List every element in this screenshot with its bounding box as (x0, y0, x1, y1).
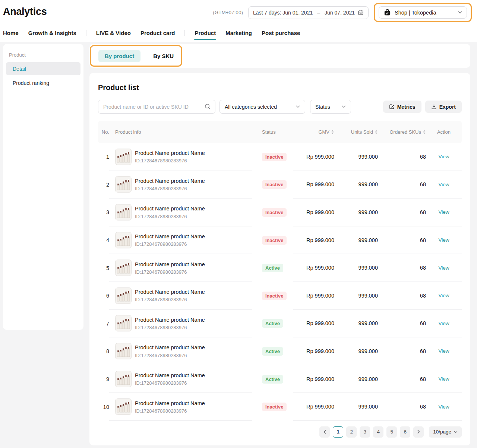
ordered-skus-value: 68 (378, 393, 426, 421)
product-info-cell: Product Name product Name ID:17284678980… (109, 198, 252, 226)
product-image (115, 204, 132, 220)
page-size-select[interactable]: 10/page (429, 426, 462, 438)
units-sold-value: 999.000 (334, 226, 378, 254)
pagination-page-3[interactable]: 3 (360, 426, 370, 438)
status-cell: Inactive (252, 171, 293, 199)
nav-item-marketing[interactable]: Marketing (225, 30, 252, 40)
page-title: Analytics (3, 6, 47, 18)
table-header: No. Product info Status GMV Units Sold O… (98, 121, 462, 143)
col-gmv[interactable]: GMV (293, 129, 334, 135)
product-info-cell: Product Name product Name ID:17284678980… (109, 171, 252, 199)
nav-item-live-video[interactable]: LIVE & Video (96, 30, 131, 40)
search-input[interactable] (98, 100, 215, 114)
action-cell: View (426, 171, 462, 199)
nav-item-post-purchase[interactable]: Post purchase (262, 30, 300, 40)
date-range-picker[interactable]: Last 7 days: Jun 01, 2021 – Jun 07, 2021 (248, 6, 369, 19)
nav-item-product-card[interactable]: Product card (140, 30, 175, 40)
date-range-separator: – (317, 10, 320, 16)
view-link[interactable]: View (438, 376, 449, 382)
status-cell: Active (252, 365, 293, 393)
col-status: Status (252, 129, 293, 135)
table-row: 2 Product N (98, 171, 462, 199)
sidebar-item-product-ranking[interactable]: Product ranking (6, 76, 80, 89)
tiktok-shop-bag-icon (383, 9, 391, 16)
action-cell: View (426, 310, 462, 338)
shop-selector[interactable]: Shop | Tokopedia (379, 6, 467, 19)
pagination-page-6[interactable]: 6 (400, 426, 410, 438)
sidebar-item-detail[interactable]: Detail (6, 62, 80, 75)
units-sold-value: 999.000 (334, 198, 378, 226)
product-name: Product Name product Name (135, 205, 205, 212)
units-sold-value: 999.000 (334, 365, 378, 393)
categories-select[interactable]: All categories selected (219, 100, 305, 114)
product-name: Product Name product Name (135, 178, 205, 184)
pagination-prev-button[interactable] (319, 426, 330, 438)
status-select-value: Status (315, 104, 330, 110)
tab-by-sku[interactable]: By SKU (153, 53, 174, 59)
timezone-label: (GTM+07:00) (213, 10, 243, 15)
nav-divider (86, 30, 86, 36)
view-link[interactable]: View (438, 265, 449, 271)
product-info-cell: Product Name product Name ID:17284678980… (109, 143, 252, 171)
units-sold-value: 999.000 (334, 254, 378, 282)
pagination-page-1[interactable]: 1 (333, 426, 343, 438)
product-id: ID:17284678980283976 (135, 325, 205, 330)
export-button[interactable]: Export (425, 101, 462, 113)
sort-icon (375, 130, 378, 134)
col-ordered-skus[interactable]: Ordered SKUs (378, 129, 426, 135)
view-link[interactable]: View (438, 404, 449, 410)
status-cell: Active (252, 310, 293, 338)
status-select[interactable]: Status (310, 100, 351, 114)
action-cell: View (426, 393, 462, 421)
pagination-page-2[interactable]: 2 (346, 426, 357, 438)
row-number: 5 (98, 254, 109, 282)
status-cell: Inactive (252, 143, 293, 171)
nav-divider (184, 30, 185, 36)
metrics-button[interactable]: Metrics (383, 101, 421, 113)
annotation-shop-selector: Shop | Tokopedia (374, 3, 472, 22)
view-link[interactable]: View (438, 293, 449, 298)
action-cell: View (426, 198, 462, 226)
pagination-next-button[interactable] (413, 426, 424, 438)
product-id: ID:17284678980283976 (135, 269, 205, 275)
status-badge: Inactive (262, 292, 287, 300)
nav-item-growth-insights[interactable]: Growth & Insights (28, 30, 76, 40)
ordered-skus-value: 68 (378, 171, 426, 199)
gmv-value: Rp 999.000 (293, 310, 334, 338)
view-link[interactable]: View (438, 237, 449, 243)
product-name: Product Name product Name (135, 233, 205, 240)
status-badge: Inactive (262, 153, 287, 161)
product-id: ID:17284678980283976 (135, 158, 205, 163)
pagination-page-4[interactable]: 4 (373, 426, 383, 438)
pagination-page-5[interactable]: 5 (386, 426, 397, 438)
col-no: No. (98, 129, 109, 135)
product-image (115, 398, 132, 415)
status-cell: Active (252, 337, 293, 365)
product-image (115, 287, 132, 304)
sidebar: Product Detail Product ranking (3, 44, 83, 330)
categories-select-value: All categories selected (225, 104, 277, 110)
action-cell: View (426, 254, 462, 282)
product-info-cell: Product Name product Name ID:17284678980… (109, 337, 252, 365)
view-link[interactable]: View (438, 182, 449, 187)
nav-item-product[interactable]: Product (195, 30, 216, 40)
main-nav: Home Growth & Insights LIVE & Video Prod… (3, 30, 300, 40)
product-info-cell: Product Name product Name ID:17284678980… (109, 310, 252, 338)
date-range-start: Last 7 days: Jun 01, 2021 (253, 10, 313, 16)
product-name: Product Name product Name (135, 289, 205, 295)
tab-by-product[interactable]: By product (98, 50, 140, 62)
view-link[interactable]: View (438, 348, 449, 354)
product-id: ID:17284678980283976 (135, 241, 205, 247)
product-id: ID:17284678980283976 (135, 214, 205, 219)
nav-item-home[interactable]: Home (3, 30, 19, 40)
view-link[interactable]: View (438, 209, 449, 215)
page-size-value: 10/page (433, 429, 451, 435)
view-link[interactable]: View (438, 154, 449, 159)
ordered-skus-value: 68 (378, 310, 426, 338)
col-units-sold[interactable]: Units Sold (334, 129, 378, 135)
gmv-value: Rp 999.000 (293, 198, 334, 226)
product-id: ID:17284678980283976 (135, 186, 205, 191)
chevron-right-icon (417, 430, 420, 434)
view-link[interactable]: View (438, 321, 449, 326)
product-image (115, 371, 132, 387)
